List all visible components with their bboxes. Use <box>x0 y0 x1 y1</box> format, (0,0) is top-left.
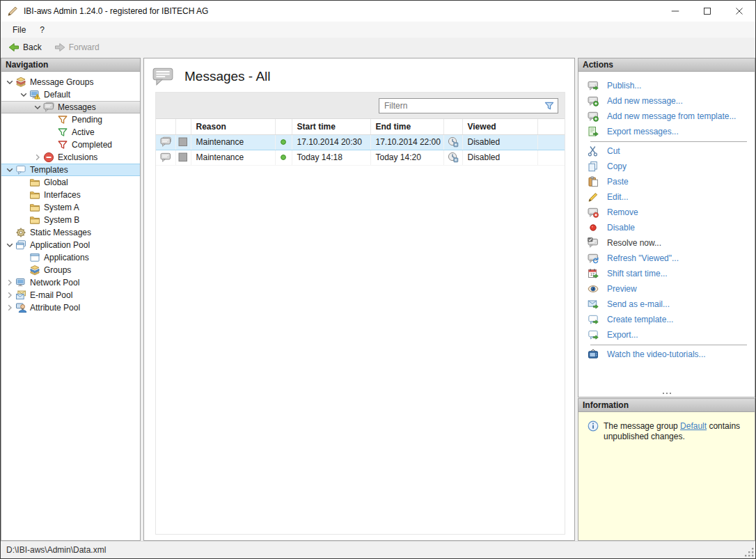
close-button[interactable] <box>723 1 755 22</box>
tree-item-static-messages[interactable]: Static Messages <box>1 226 140 239</box>
column-header-color[interactable] <box>175 119 191 134</box>
tree-item-application-pool[interactable]: Application Pool <box>1 239 140 251</box>
tree-item-completed[interactable]: Completed <box>1 139 140 151</box>
send-email-icon <box>588 299 599 310</box>
action-edit[interactable]: Edit... <box>578 189 755 205</box>
folder-icon <box>29 177 40 188</box>
maximize-button[interactable] <box>691 1 723 22</box>
tree-item-label: System A <box>44 203 79 212</box>
chevron-right-icon <box>4 302 15 313</box>
action-preview[interactable]: Preview <box>578 281 755 297</box>
actions-separator <box>590 141 747 142</box>
forward-button[interactable]: Forward <box>49 40 104 54</box>
tree-item-label: Exclusions <box>58 152 97 162</box>
tree-item-groups[interactable]: Groups <box>1 264 140 276</box>
column-header-type_icon[interactable] <box>156 119 175 134</box>
tree-item-network-pool[interactable]: Network Pool <box>1 276 140 289</box>
filter-funnel-icon[interactable] <box>543 100 556 111</box>
static-messages-icon <box>15 227 26 238</box>
menu-help[interactable]: ? <box>33 22 52 38</box>
action-cut[interactable]: Cut <box>578 143 755 159</box>
action-label: Copy <box>607 162 627 171</box>
gray-square-icon <box>178 136 189 148</box>
action-paste[interactable]: Paste <box>578 174 755 189</box>
shift-time-icon: 17 <box>588 268 599 279</box>
cell-reason: Maintenance <box>191 150 275 165</box>
tree-item-label: Templates <box>30 165 68 175</box>
maximize-icon <box>703 7 711 15</box>
action-publish[interactable]: Publish... <box>578 78 755 93</box>
minimize-button[interactable] <box>659 1 691 22</box>
message-bubble-icon <box>160 152 171 163</box>
action-refresh-viewed[interactable]: Refresh "Viewed"... <box>578 251 755 266</box>
chevron-down-icon <box>32 102 43 113</box>
action-export-messages[interactable]: Export messages... <box>578 124 755 139</box>
tree-item-interfaces[interactable]: Interfaces <box>1 189 140 201</box>
tree-item-label: Default <box>44 90 70 100</box>
action-resolve-now[interactable]: Resolve now... <box>578 235 755 251</box>
tree-item-default[interactable]: Default <box>1 88 140 101</box>
column-header-end[interactable]: End time <box>370 119 443 134</box>
actions-panel: Actions Publish...Add new message...Add … <box>578 58 755 397</box>
action-label: Disable <box>607 223 635 233</box>
tree-item-e-mail-pool[interactable]: E-mail Pool <box>1 289 140 301</box>
back-button[interactable]: Back <box>3 40 47 54</box>
column-header-start[interactable]: Start time <box>292 119 370 134</box>
cell-color <box>175 134 191 150</box>
action-send-as-e-mail[interactable]: Send as e-mail... <box>578 297 755 312</box>
panel-splitter[interactable] <box>578 391 755 396</box>
default-group-link[interactable]: Default <box>680 421 707 431</box>
message-groups-icon <box>15 77 26 88</box>
tree-item-global[interactable]: Global <box>1 176 140 189</box>
tree-item-templates[interactable]: Templates <box>1 164 140 176</box>
tree-item-active[interactable]: Active <box>1 126 140 139</box>
tree-item-attribute-pool[interactable]: Attribute Pool <box>1 301 140 314</box>
refresh-viewed-icon <box>588 253 599 264</box>
action-copy[interactable]: Copy <box>578 159 755 174</box>
action-disable[interactable]: Disable <box>578 220 755 235</box>
tree-item-exclusions[interactable]: Exclusions <box>1 151 140 164</box>
tree-item-messages[interactable]: Messages <box>1 101 140 113</box>
column-header-reason[interactable]: Reason <box>191 119 275 134</box>
table-row[interactable]: Maintenance17.10.2014 20:3017.10.2014 22… <box>156 134 565 150</box>
content-area: Navigation Message GroupsDefaultMessages… <box>1 56 755 541</box>
create-template-icon <box>588 314 599 325</box>
menu-file[interactable]: File <box>6 22 33 38</box>
table-row[interactable]: MaintenanceToday 14:18Today 14:20Disable… <box>156 150 565 165</box>
messages-table-box: ReasonStart timeEnd timeViewed Maintenan… <box>155 92 565 535</box>
action-label: Publish... <box>607 81 641 90</box>
action-export[interactable]: Export... <box>578 327 755 343</box>
disable-icon <box>588 222 599 233</box>
applications-icon <box>29 252 40 263</box>
tree-item-applications[interactable]: Applications <box>1 251 140 264</box>
action-watch-the-video-tutorials[interactable]: Watch the video-tutorials... <box>578 347 755 362</box>
tree-item-message-groups[interactable]: Message Groups <box>1 76 140 88</box>
cell-start: 17.10.2014 20:30 <box>292 134 370 150</box>
action-label: Watch the video-tutorials... <box>607 349 706 359</box>
action-shift-start-time[interactable]: 17Shift start time... <box>578 266 755 281</box>
tree-item-pending[interactable]: Pending <box>1 113 140 126</box>
tree-item-label: Static Messages <box>30 228 91 237</box>
action-remove[interactable]: Remove <box>578 205 755 220</box>
message-double-bubble-icon <box>160 136 171 148</box>
action-create-template[interactable]: Create template... <box>578 312 755 327</box>
forward-icon <box>54 42 65 53</box>
info-icon <box>588 420 599 432</box>
tree-item-label: Attribute Pool <box>30 303 80 313</box>
action-add-new-message-from-template[interactable]: Add new message from template... <box>578 109 755 124</box>
tree-item-label: Completed <box>72 140 112 150</box>
column-header-viewed_icon[interactable] <box>443 119 462 134</box>
action-add-new-message[interactable]: Add new message... <box>578 93 755 109</box>
filter-input[interactable] <box>379 101 543 111</box>
forward-label: Forward <box>69 42 100 52</box>
tree-item-system-a[interactable]: System A <box>1 201 140 214</box>
cell-type_icon <box>156 134 175 150</box>
column-header-status[interactable] <box>275 119 292 134</box>
tree-item-system-b[interactable]: System B <box>1 214 140 226</box>
column-header-viewed[interactable]: Viewed <box>462 119 537 134</box>
resize-grip-icon[interactable] <box>745 548 754 557</box>
chevron-right-icon <box>4 277 15 288</box>
groups-icon <box>29 265 40 276</box>
paste-icon <box>588 176 599 187</box>
messages-table: ReasonStart timeEnd timeViewed Maintenan… <box>156 119 565 166</box>
